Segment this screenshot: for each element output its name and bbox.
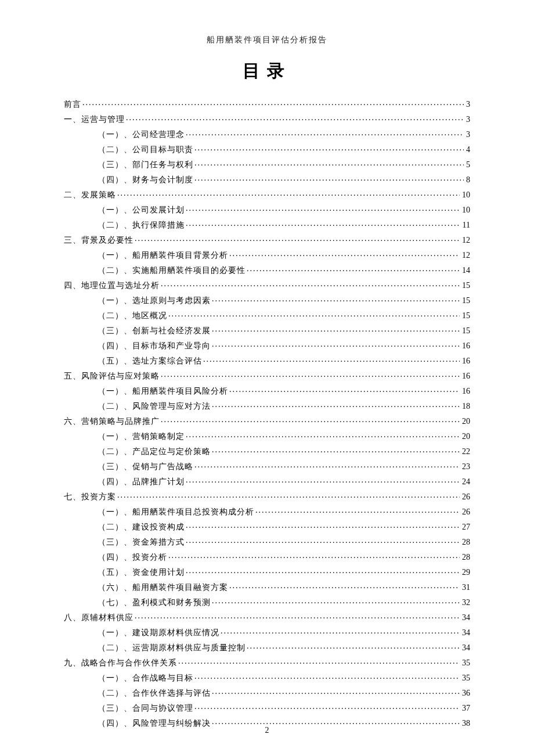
toc-entry-page: 26 <box>461 508 470 516</box>
toc-row: （五）、选址方案综合评估16 <box>64 352 470 368</box>
toc-entry-label: 八、原辅材料供应 <box>64 614 134 622</box>
toc-entry-page: 12 <box>461 236 470 244</box>
toc-entry-label: （二）、执行保障措施 <box>98 221 185 229</box>
toc-leader-dots <box>178 657 460 665</box>
toc-entry-label: （四）、投资分析 <box>98 553 167 561</box>
toc-entry-label: 三、背景及必要性 <box>64 236 134 244</box>
toc-leader-dots <box>247 265 460 273</box>
toc-row: 前言3 <box>64 96 470 111</box>
toc-entry-page: 8 <box>465 176 470 184</box>
toc-entry-page: 35 <box>461 674 470 682</box>
toc-entry-label: （二）、合作伙伴选择与评估 <box>98 689 211 697</box>
toc-leader-dots <box>212 340 460 348</box>
toc-leader-dots <box>82 99 464 107</box>
toc-row: （六）、船用舾装件项目融资方案31 <box>64 579 470 594</box>
toc-entry-label: （一）、合作战略与目标 <box>98 674 193 682</box>
toc-entry-label: （二）、运营期原材料供应与质量控制 <box>98 644 246 652</box>
toc-entry-page: 27 <box>461 523 470 531</box>
document-page: 船用舾装件项目评估分析报告 目录 前言3一、运营与管理3（一）、公司经营理念3（… <box>0 0 534 756</box>
toc-entry-page: 5 <box>465 161 470 169</box>
toc-row: 二、发展策略10 <box>64 186 470 201</box>
toc-row: 三、背景及必要性12 <box>64 232 470 247</box>
toc-leader-dots <box>229 386 460 394</box>
toc-leader-dots <box>186 204 460 213</box>
toc-entry-page: 10 <box>461 191 470 199</box>
toc-entry-page: 34 <box>461 644 470 652</box>
toc-leader-dots <box>126 114 464 122</box>
toc-entry-page: 22 <box>461 448 470 456</box>
toc-leader-dots <box>247 642 460 650</box>
toc-entry-page: 26 <box>461 493 470 501</box>
toc-entry-page: 16 <box>461 342 470 350</box>
toc-leader-dots <box>186 129 464 137</box>
toc-row: （四）、财务与会计制度8 <box>64 171 470 186</box>
toc-row: （二）、产品定位与定价策略22 <box>64 443 470 458</box>
toc-entry-page: 3 <box>465 116 470 124</box>
toc-row: （一）、建设期原材料供应情况34 <box>64 624 470 639</box>
toc-entry-page: 24 <box>461 478 470 486</box>
toc-entry-page: 36 <box>461 689 470 697</box>
toc-entry-page: 16 <box>461 387 470 395</box>
toc-leader-dots <box>212 295 460 303</box>
toc-row: （一）、船用舾装件项目背景分析12 <box>64 247 470 262</box>
toc-leader-dots <box>161 280 460 288</box>
toc-entry-page: 20 <box>461 417 470 426</box>
toc-entry-label: （一）、公司经营理念 <box>98 131 185 139</box>
toc-entry-page: 16 <box>461 357 470 365</box>
toc-entry-label: （三）、资金筹措方式 <box>98 538 185 546</box>
toc-entry-label: （一）、船用舾装件项目总投资构成分析 <box>98 508 254 516</box>
toc-entry-label: （四）、品牌推广计划 <box>98 478 185 486</box>
toc-leader-dots <box>186 219 460 228</box>
toc-leader-dots <box>186 521 460 530</box>
toc-leader-dots <box>186 476 460 484</box>
toc-row: （二）、风险管理与应对方法18 <box>64 398 470 413</box>
toc-row: （一）、船用舾装件项目风险分析16 <box>64 383 470 398</box>
toc-entry-label: 七、投资方案 <box>64 493 116 501</box>
toc-entry-page: 10 <box>461 206 470 214</box>
toc-leader-dots <box>117 189 460 197</box>
toc-leader-dots <box>135 235 460 243</box>
toc-leader-dots <box>194 159 464 167</box>
toc-entry-label: （一）、营销策略制定 <box>98 433 185 441</box>
toc-entry-page: 35 <box>461 659 470 667</box>
toc-entry-label: （三）、创新与社会经济发展 <box>98 327 211 335</box>
toc-leader-dots <box>194 703 460 711</box>
toc-entry-label: （四）、财务与会计制度 <box>98 176 193 184</box>
toc-row: （二）、地区概况15 <box>64 307 470 322</box>
toc-entry-label: （六）、船用舾装件项目融资方案 <box>98 584 228 592</box>
toc-entry-label: （三）、合同与协议管理 <box>98 704 193 712</box>
toc-entry-page: 3 <box>465 131 470 139</box>
toc-entry-page: 23 <box>461 463 470 471</box>
toc-entry-label: 九、战略合作与合作伙伴关系 <box>64 659 177 667</box>
toc-leader-dots <box>186 431 460 439</box>
toc-entry-page: 20 <box>461 433 470 441</box>
toc-leader-dots <box>194 461 460 469</box>
toc-row: （二）、公司目标与职责4 <box>64 141 470 156</box>
toc-row: （二）、实施船用舾装件项目的必要性14 <box>64 262 470 277</box>
toc-entry-page: 15 <box>461 297 470 305</box>
toc-entry-label: 前言 <box>64 100 81 109</box>
toc-leader-dots <box>186 567 460 575</box>
toc-leader-dots <box>229 582 460 590</box>
toc-leader-dots <box>135 612 460 620</box>
toc-row: 四、地理位置与选址分析15 <box>64 277 470 292</box>
toc-row: （三）、促销与广告战略23 <box>64 458 470 473</box>
toc-row: 九、战略合作与合作伙伴关系35 <box>64 654 470 669</box>
toc-row: （一）、营销策略制定20 <box>64 428 470 443</box>
toc-leader-dots <box>161 370 460 379</box>
toc-entry-page: 29 <box>461 568 470 577</box>
toc-entry-page: 4 <box>465 146 470 154</box>
toc-row: 一、运营与管理3 <box>64 111 470 126</box>
toc-row: （一）、船用舾装件项目总投资构成分析26 <box>64 503 470 519</box>
toc-entry-label: （二）、公司目标与职责 <box>98 146 193 154</box>
toc-entry-page: 16 <box>461 372 470 380</box>
toc-leader-dots <box>161 416 460 424</box>
toc-entry-label: （二）、建设投资构成 <box>98 523 185 531</box>
toc-leader-dots <box>212 401 460 409</box>
toc-entry-page: 28 <box>461 538 470 546</box>
toc-entry-label: 四、地理位置与选址分析 <box>64 282 160 290</box>
toc-row: （二）、建设投资构成27 <box>64 519 470 534</box>
toc-leader-dots <box>194 174 464 182</box>
toc-entry-label: （四）、目标市场和产业导向 <box>98 342 211 350</box>
toc-leader-dots <box>212 446 460 454</box>
